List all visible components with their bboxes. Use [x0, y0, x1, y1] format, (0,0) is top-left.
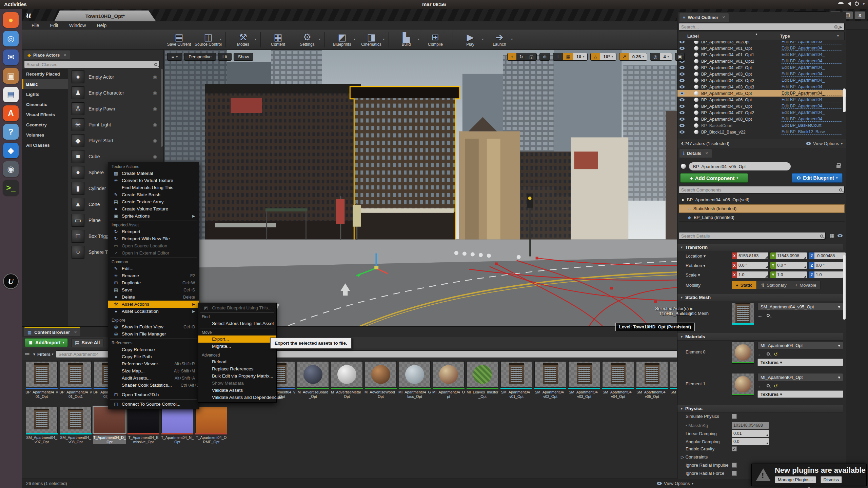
axis-value-field[interactable]: 11543.0908 [776, 252, 807, 259]
place-item-point-light[interactable]: ✳Point Light◉ [68, 117, 160, 133]
asset-tile[interactable]: MI_Leaves_master_Opt [466, 361, 499, 399]
edit-blueprint-link[interactable]: Edit BP_Apartment04_ [782, 84, 842, 89]
edit-blueprint-link[interactable]: Edit BP_Apartment04_ [782, 104, 842, 109]
camera-speed-value[interactable]: 4▾ [660, 53, 672, 60]
terminal-icon[interactable]: >_ [3, 180, 19, 196]
menu-item-validate-assets-and-dependencies[interactable]: Validate Assets and Dependencies [198, 394, 276, 401]
menu-item-delete[interactable]: ✕DeleteDelete [108, 293, 199, 301]
transform-section-header[interactable]: ▼Transform [677, 244, 843, 251]
chromium-icon[interactable]: ◎ [3, 31, 19, 46]
menu-item-connect-to-source-control[interactable]: ◫Connect To Source Control... [108, 401, 199, 408]
menu-item-show-in-file-manager[interactable]: ◎Show in File Manager [108, 330, 199, 338]
edit-blueprint-link[interactable]: Edit BP_Apartment04_ [782, 65, 842, 70]
menu-item-validate-assets[interactable]: Validate Assets [198, 387, 276, 394]
property-label[interactable]: Location ▾ [677, 253, 732, 259]
component-row[interactable]: ◆BP_Lamp (Inherited) [679, 213, 845, 222]
outliner-search-input[interactable] [681, 24, 834, 29]
browse-to-asset-icon[interactable] [767, 314, 770, 317]
visibility-eye-icon[interactable] [679, 124, 685, 127]
checkbox[interactable] [732, 414, 737, 419]
use-selected-icon[interactable]: ← [757, 312, 763, 318]
place-actors-tab[interactable]: ◆ Place Actors ✕ [24, 50, 70, 59]
viewport-options-button[interactable]: ≡▾ [167, 53, 182, 61]
cinematics-button[interactable]: ◨▾Cinematics [357, 30, 386, 49]
launch-button[interactable]: ➔▾Launch [485, 30, 514, 49]
value-field[interactable]: 0.01 [732, 430, 769, 437]
manage-plugins-button[interactable]: Manage Plugins... [775, 476, 816, 483]
save-current-button[interactable]: ▤Save Current [164, 30, 194, 49]
menu-item-find-materials-using-this[interactable]: Find Materials Using This [108, 184, 199, 191]
actor-name-field[interactable]: BP_Apartment04_v05_Opt [689, 162, 791, 170]
axis-value-field[interactable]: 6153.8183 [737, 252, 768, 259]
outliner-row[interactable]: BP_Apartment04_v06_OptEdit BP_Apartment0… [677, 97, 846, 103]
property-label[interactable]: ▷ Constraints [677, 454, 732, 460]
outliner-row[interactable]: BP_Apartment04_v01_Opt2Edit BP_Apartment… [677, 58, 846, 64]
outliner-row[interactable]: BP_Apartment04_v03_Opt3Edit BP_Apartment… [677, 84, 846, 90]
menu-window[interactable]: Window [64, 22, 92, 29]
menu-item-sprite-actions[interactable]: ▣Sprite Actions▶ [108, 212, 199, 220]
category-lights[interactable]: Lights [22, 89, 68, 99]
material-element-0-dropdown[interactable]: MI_Apartment04_Opt▾ [757, 341, 843, 349]
view-options-button[interactable]: View Options▾ [657, 481, 693, 486]
menu-item-export[interactable]: Export... [198, 336, 276, 343]
textures-dropdown-button[interactable]: Textures▾ [757, 359, 843, 366]
menu-item-shader-cook-statistics[interactable]: Shader Cook Statistics...Ctrl+Alt+Shift+… [108, 382, 199, 389]
build-button[interactable]: ▙▾Build [392, 30, 421, 49]
asset-tile[interactable]: SM_Apartment04_v04_Opt [602, 361, 634, 399]
asset-tile[interactable]: SM_Apartment04_v03_Opt [568, 361, 600, 399]
browse-to-asset-icon[interactable] [767, 352, 770, 355]
asset-tile[interactable]: SM_Apartment04_v07_Opt [25, 407, 58, 444]
asset-tile[interactable]: T_Apartment04_Emissive_Opt [127, 407, 160, 444]
menu-item-show-in-folder-view[interactable]: ◎Show in Folder ViewCtrl+B [108, 323, 199, 330]
place-item-player-start[interactable]: ◆Player Start◉ [68, 133, 160, 148]
category-visual-effects[interactable]: Visual Effects [22, 109, 68, 120]
libreoffice-writer-icon[interactable]: ▤ [3, 87, 19, 102]
menu-item-convert-to-virtual-texture[interactable]: ✳Convert to Virtual Texture [108, 177, 199, 184]
visibility-eye-icon[interactable] [679, 98, 685, 101]
rotate-tool-button[interactable]: ↻ [516, 53, 526, 60]
asset-tile[interactable]: M_AdvertiseMetal_Opt [331, 361, 363, 399]
search-details-input[interactable] [681, 233, 820, 239]
help-icon[interactable]: ? [3, 124, 19, 140]
outliner-row[interactable]: BP_Apartment04_v01_OptEdit BP_Apartment0… [677, 45, 846, 52]
outliner-row[interactable]: BP_Apartment04_v01_Opt1Edit BP_Apartment… [677, 52, 846, 58]
menu-item-reference-viewer[interactable]: Reference Viewer...Alt+Shift+R [108, 360, 199, 367]
settings-button[interactable]: ⚙▾Settings [293, 30, 322, 49]
outliner-row[interactable]: BP_Apartment04_v02_OptEdit BP_Apartment0… [677, 64, 846, 71]
place-item-empty-actor[interactable]: ●Empty Actor◉ [68, 69, 160, 85]
close-icon[interactable]: ✕ [63, 53, 66, 57]
component-row[interactable]: ⌂StaticMesh (Inherited) [679, 204, 845, 213]
outliner-scrollbar[interactable] [843, 88, 846, 112]
edit-blueprint-link[interactable]: Edit BP_Apartment04_ [782, 52, 842, 57]
reset-to-default-icon[interactable]: ↺ [774, 383, 778, 389]
lock-icon[interactable] [836, 165, 841, 168]
scale-snap-value[interactable]: 0.25▾ [629, 53, 647, 60]
search-components-input[interactable] [681, 187, 839, 192]
menu-edit[interactable]: Edit [45, 22, 64, 29]
menu-item-edit[interactable]: ✎Edit... [108, 265, 199, 272]
visibility-eye-icon[interactable] [679, 66, 685, 69]
menu-item-copy-file-path[interactable]: Copy File Path [108, 353, 199, 360]
asset-tile[interactable]: SM_Apartment04_v01_Opt [500, 361, 533, 399]
outliner-row[interactable]: BP_Apartment04_v08_OptEdit BP_Apartment0… [677, 116, 846, 122]
value-field[interactable]: 0.0 [732, 438, 769, 445]
world-coordinate-button[interactable]: ⊕ [540, 53, 550, 60]
axis-value-field[interactable]: 1.0 [776, 271, 807, 278]
screenshot-tool-icon[interactable]: ◉ [3, 161, 19, 177]
category-cinematic[interactable]: Cinematic [22, 99, 68, 109]
menu-item-audit-assets[interactable]: Audit Assets...Alt+Shift+A [108, 374, 199, 382]
edit-blueprint-button[interactable]: ⚙Edit Blueprint▾ [792, 173, 843, 183]
viewport-scene[interactable] [164, 50, 698, 335]
asset-tile[interactable]: SM_Apartment04_v02_Opt [534, 361, 567, 399]
axis-value-field[interactable]: -0.000488 [814, 252, 846, 259]
thunderbird-icon[interactable]: ✉ [3, 49, 19, 65]
visibility-eye-icon[interactable] [679, 41, 685, 43]
visibility-eye-icon[interactable] [679, 111, 685, 114]
asset-tile[interactable]: T_Apartment04_ORME_Opt [195, 407, 228, 444]
asset-tile[interactable]: BP_Apartment04_v01_Opt1 [59, 361, 92, 399]
menu-item-save[interactable]: ▤SaveCtrl+S [108, 286, 199, 293]
surface-snap-button[interactable]: ⊥ [553, 53, 563, 60]
outliner-row[interactable]: BP_Block12_Base_v22Edit BP_Block12_Base [677, 129, 846, 135]
material-element-1-dropdown[interactable]: MI_Apartment04_Opt▾ [757, 373, 843, 381]
menu-item-reimport[interactable]: ↻Reimport [108, 228, 199, 235]
